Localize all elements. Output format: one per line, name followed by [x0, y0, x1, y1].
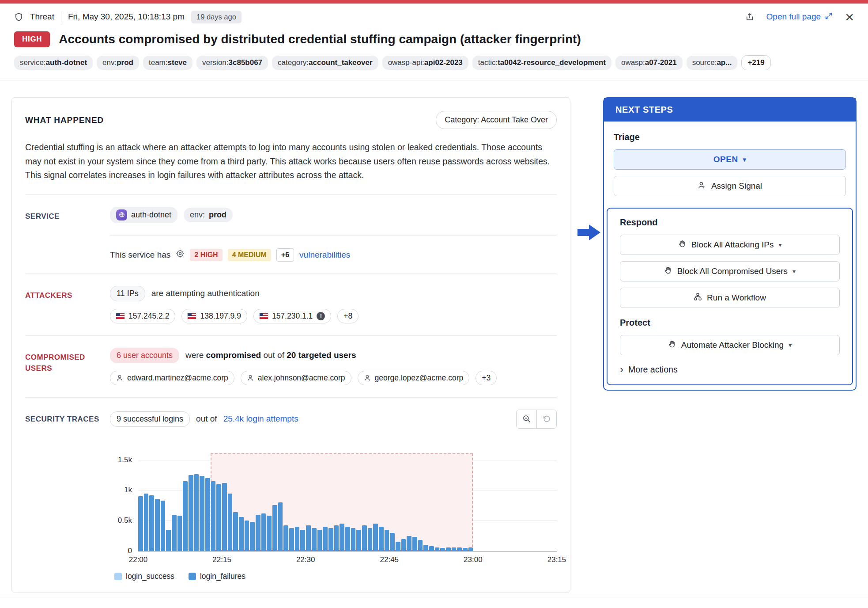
attackers-row: ATTACKERS 11 IPs are attempting authenti…	[25, 286, 557, 323]
medium-vuln-badge[interactable]: 4 MEDIUM	[228, 249, 271, 261]
chart-bar	[138, 496, 143, 551]
ips-overflow-pill[interactable]: +8	[337, 309, 359, 323]
tag-pill[interactable]: category:account_takeover	[272, 56, 378, 70]
tag-pill[interactable]: version:3c85b067	[196, 56, 268, 70]
attacker-ip-pill[interactable]: 157.245.2.2	[110, 309, 175, 323]
chart-bar	[172, 515, 177, 551]
vuln-prefix-text: This service has	[110, 250, 170, 260]
automate-blocking-label: Automate Attacker Blocking	[681, 340, 784, 350]
threat-description: Credential stuffing is an attack where a…	[25, 141, 555, 182]
chart-plot-area[interactable]: 22:0022:1522:3022:4523:0023:15	[138, 441, 557, 551]
chart-bar	[317, 530, 322, 551]
chart-bar	[149, 495, 154, 551]
tag-pill[interactable]: owasp-api:api02-2023	[382, 56, 468, 70]
chart-bar	[144, 494, 149, 551]
security-traces-label: SECURITY TRACES	[25, 410, 110, 429]
panel-header: Threat Fri, May 30, 2025, 10:18:13 pm 19…	[0, 4, 868, 28]
env-key: env:	[190, 210, 205, 220]
block-compromised-users-button[interactable]: Block All Compromised Users ▾	[620, 261, 840, 281]
user-email: george.lopez@acme.corp	[375, 373, 464, 383]
next-steps-heading: NEXT STEPS	[604, 98, 856, 122]
y-axis-labels: 00.5k1k1.5k	[110, 441, 138, 551]
high-vuln-badge[interactable]: 2 HIGH	[190, 249, 222, 261]
x-axis-line	[138, 551, 557, 551]
chart-bar	[334, 525, 339, 551]
block-attacking-ips-button[interactable]: Block All Attacking IPs ▾	[620, 235, 840, 255]
chart-bar	[457, 547, 462, 551]
chart-bar	[396, 542, 400, 551]
chart-bar	[161, 501, 166, 551]
compromised-count-pill[interactable]: 6 user accounts	[110, 348, 179, 363]
automate-blocking-button[interactable]: Automate Attacker Blocking ▾	[620, 335, 840, 355]
chart-bar	[189, 475, 193, 551]
env-pill[interactable]: env:prod	[184, 208, 233, 222]
tag-pill[interactable]: tactic:ta0042-resource_development	[472, 56, 611, 70]
chart-bar	[345, 527, 350, 551]
login-attempts-link[interactable]: 25.4k login attempts	[223, 414, 298, 424]
tag-pill[interactable]: source:ap...	[687, 56, 738, 70]
chart-toolbar	[516, 410, 557, 429]
category-pill[interactable]: Category: Account Take Over	[436, 111, 557, 129]
chart-bar	[200, 476, 204, 551]
chevron-down-icon: ▾	[778, 242, 781, 248]
chart-bar	[306, 525, 311, 551]
attacker-ip-pill[interactable]: 138.197.9.9	[181, 309, 247, 323]
chart-bar	[295, 527, 300, 551]
service-pill[interactable]: auth-dotnet	[110, 207, 177, 223]
tag-pill[interactable]: service:auth-dotnet	[14, 56, 93, 70]
tag-key: owasp-api:	[388, 58, 424, 67]
hand-block-icon	[668, 340, 676, 350]
age-badge: 19 days ago	[191, 11, 242, 23]
legend-item[interactable]: login_success	[114, 572, 174, 581]
compromised-user-pill[interactable]: george.lopez@acme.corp	[358, 371, 470, 385]
attacker-ip-count-pill[interactable]: 11 IPs	[110, 286, 145, 301]
users-overflow-pill[interactable]: +3	[476, 371, 497, 385]
page-title: Accounts compromised by distributed cred…	[59, 32, 581, 46]
y-tick-label: 0	[128, 547, 132, 555]
compromised-user-list: edward.martinez@acme.corp alex.johnson@a…	[110, 371, 557, 385]
tag-value: ta0042-resource_development	[498, 58, 606, 67]
chart-bar	[300, 530, 305, 551]
successful-logins-pill[interactable]: 9 successful logins	[110, 411, 190, 427]
share-icon[interactable]	[745, 12, 754, 21]
more-actions-label: More actions	[628, 365, 678, 375]
tag-pill[interactable]: env:prod	[97, 56, 139, 70]
assign-signal-label: Assign Signal	[711, 181, 762, 191]
attacker-ip-pill[interactable]: 157.230.1.1 !	[253, 309, 331, 323]
legend-item[interactable]: login_failures	[189, 572, 245, 581]
more-actions-link[interactable]: › More actions	[620, 364, 840, 375]
tag-pill[interactable]: owasp:a07-2021	[615, 56, 683, 70]
chart-bar	[362, 525, 367, 551]
env-value: prod	[209, 210, 226, 220]
chart-bar	[385, 530, 389, 551]
zoom-out-icon[interactable]	[517, 410, 536, 428]
tag-value: steve	[168, 58, 187, 67]
open-full-page-label: Open full page	[766, 12, 821, 22]
chart-bar	[390, 533, 395, 551]
triage-status-dropdown[interactable]: OPEN ▾	[614, 149, 846, 170]
chart-bar	[228, 494, 233, 551]
run-workflow-button[interactable]: Run a Workflow	[620, 288, 840, 308]
chart-bar	[183, 481, 188, 551]
more-vulns-badge[interactable]: +6	[276, 248, 294, 262]
tag-key: source:	[692, 58, 717, 67]
login-attempts-chart: 00.5k1k1.5k 22:0022:1522:3022:4523:0023:…	[110, 441, 557, 581]
legend-swatch	[189, 573, 196, 580]
tags-overflow-pill[interactable]: +219	[741, 55, 770, 70]
compromised-user-pill[interactable]: edward.martinez@acme.corp	[110, 371, 234, 385]
block-attacking-ips-label: Block All Attacking IPs	[691, 240, 774, 250]
vulnerabilities-link[interactable]: vulnerabilities	[299, 250, 350, 260]
x-tick-label: 22:30	[296, 555, 315, 564]
targeted-users-text: 20 targeted users	[287, 350, 356, 360]
reset-zoom-icon[interactable]	[536, 410, 556, 428]
open-full-page-link[interactable]: Open full page	[766, 12, 833, 22]
assign-signal-button[interactable]: Assign Signal	[614, 176, 846, 196]
compromised-user-pill[interactable]: alex.johnson@acme.corp	[241, 371, 351, 385]
hand-block-icon	[678, 239, 687, 250]
tag-pill[interactable]: team:steve	[143, 56, 192, 70]
chart-bar	[328, 528, 333, 551]
close-icon[interactable]: ×	[845, 9, 854, 24]
threat-shield-icon	[14, 12, 23, 22]
divider	[25, 335, 557, 336]
divider	[25, 274, 557, 274]
